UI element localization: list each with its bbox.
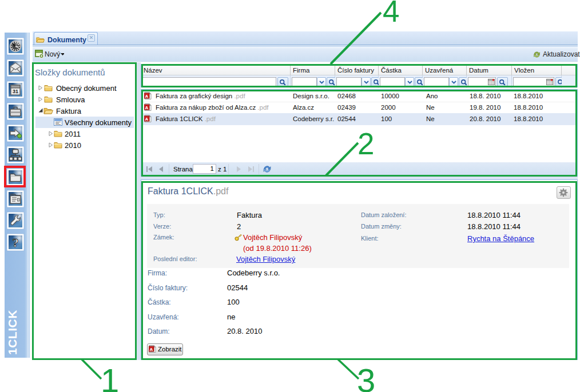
svg-text:31: 31 xyxy=(13,89,18,94)
svg-text:A: A xyxy=(145,117,149,122)
svg-text:?: ? xyxy=(13,235,19,249)
svg-text:A: A xyxy=(145,105,149,110)
svg-text:A: A xyxy=(150,347,153,352)
svg-text:A: A xyxy=(145,94,149,99)
